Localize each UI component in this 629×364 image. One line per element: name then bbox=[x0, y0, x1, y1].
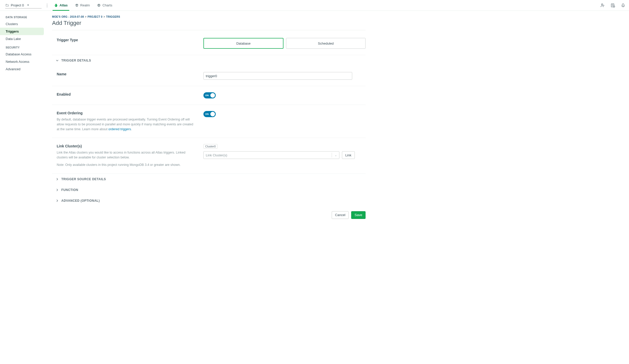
section-trigger-details[interactable]: TRIGGER DETAILS bbox=[52, 55, 366, 66]
main-content: MOE'S ORG - 2019-07-08>PROJECT 0>TRIGGER… bbox=[47, 11, 371, 229]
link-clusters-label: Link Cluster(s) bbox=[57, 144, 196, 148]
svg-point-1 bbox=[97, 4, 100, 7]
feedback-icon[interactable] bbox=[611, 3, 615, 8]
breadcrumb-org[interactable]: MOE'S ORG - 2019-07-08 bbox=[52, 15, 84, 18]
section-label: TRIGGER SOURCE DETAILS bbox=[61, 177, 106, 181]
chevron-down-icon bbox=[56, 59, 59, 62]
svg-point-2 bbox=[602, 4, 603, 5]
enabled-toggle[interactable]: ON bbox=[203, 92, 216, 98]
side-section-header: SECURITY bbox=[0, 46, 47, 50]
section-advanced[interactable]: ADVANCED (OPTIONAL) bbox=[52, 195, 366, 206]
section-label: FUNCTION bbox=[61, 188, 78, 192]
side-section-header: DATA STORAGE bbox=[0, 16, 47, 20]
page-title: Add Trigger bbox=[52, 20, 366, 26]
section-function[interactable]: FUNCTION bbox=[52, 185, 366, 195]
chevron-right-icon bbox=[56, 199, 59, 202]
cancel-button[interactable]: Cancel bbox=[332, 211, 349, 219]
section-label: TRIGGER DETAILS bbox=[61, 59, 91, 62]
sidebar: DATA STORAGE Clusters Triggers Data Lake… bbox=[0, 11, 47, 229]
link-button[interactable]: Link bbox=[342, 151, 355, 159]
row-event-ordering: Event Ordering By default, database trig… bbox=[52, 105, 366, 138]
tab-atlas[interactable]: Atlas bbox=[54, 0, 68, 11]
chevron-right-icon bbox=[56, 188, 59, 191]
breadcrumb-project[interactable]: PROJECT 0 bbox=[87, 15, 102, 18]
charts-icon bbox=[97, 3, 101, 7]
desc-post: . bbox=[131, 127, 132, 131]
chevron-down-icon: ⌄ bbox=[335, 154, 337, 157]
cluster-chip[interactable]: Cluster0 bbox=[203, 144, 218, 149]
tab-charts[interactable]: Charts bbox=[97, 0, 112, 11]
toggle-knob bbox=[210, 112, 215, 116]
select-placeholder: Link Cluster(s) bbox=[206, 153, 227, 157]
event-ordering-desc: By default, database trigger events are … bbox=[57, 117, 196, 132]
breadcrumb: MOE'S ORG - 2019-07-08>PROJECT 0>TRIGGER… bbox=[52, 15, 366, 18]
row-link-clusters: Link Cluster(s) Link the Atlas clusters … bbox=[52, 138, 366, 174]
form-footer: Cancel Save bbox=[52, 211, 366, 219]
toggle-knob bbox=[210, 93, 215, 98]
realm-icon bbox=[75, 3, 79, 7]
toggle-on-label: ON bbox=[205, 94, 209, 97]
product-tabs: Atlas Realm Charts bbox=[54, 0, 112, 11]
name-label: Name bbox=[57, 72, 196, 76]
trigger-type-scheduled[interactable]: Scheduled bbox=[286, 38, 366, 49]
sidebar-item-triggers[interactable]: Triggers bbox=[0, 28, 44, 35]
enabled-label: Enabled bbox=[57, 92, 196, 96]
link-clusters-select[interactable]: Link Cluster(s) ⌄ bbox=[203, 151, 339, 159]
save-button[interactable]: Save bbox=[351, 211, 366, 219]
kebab-menu-icon[interactable]: ⋮ bbox=[45, 3, 49, 8]
name-input[interactable] bbox=[203, 72, 352, 80]
row-enabled: Enabled ON bbox=[52, 86, 366, 105]
ordered-triggers-link[interactable]: ordered triggers bbox=[109, 127, 131, 131]
select-divider bbox=[332, 153, 332, 157]
sidebar-item-data-lake[interactable]: Data Lake bbox=[0, 35, 47, 43]
tab-label: Realm bbox=[80, 3, 90, 7]
chevron-down-icon: ▼ bbox=[27, 4, 41, 6]
trigger-type-segmented: Database Scheduled bbox=[203, 38, 366, 49]
tab-realm[interactable]: Realm bbox=[75, 0, 90, 11]
tab-label: Atlas bbox=[60, 3, 68, 7]
trigger-type-label: Trigger Type bbox=[57, 38, 196, 42]
section-trigger-source-details[interactable]: TRIGGER SOURCE DETAILS bbox=[52, 174, 366, 185]
section-label: ADVANCED (OPTIONAL) bbox=[61, 199, 100, 203]
breadcrumb-triggers[interactable]: TRIGGERS bbox=[106, 15, 120, 18]
toggle-on-label: ON bbox=[205, 113, 209, 115]
project-selector[interactable]: Project 0 ▼ bbox=[5, 2, 42, 8]
project-name: Project 0 bbox=[11, 3, 25, 7]
event-ordering-toggle[interactable]: ON bbox=[203, 111, 216, 117]
bell-icon[interactable] bbox=[621, 3, 625, 8]
folder-icon bbox=[6, 4, 9, 6]
link-clusters-desc1: Link the Atlas clusters you would like t… bbox=[57, 150, 196, 160]
nav-right bbox=[600, 3, 625, 8]
event-ordering-label: Event Ordering bbox=[57, 111, 196, 115]
chevron-right-icon bbox=[56, 178, 59, 181]
invite-user-icon[interactable] bbox=[600, 3, 605, 8]
atlas-icon bbox=[54, 3, 58, 7]
top-nav: Project 0 ▼ ⋮ Atlas Realm Charts bbox=[0, 0, 629, 11]
tab-label: Charts bbox=[102, 3, 112, 7]
sidebar-item-advanced[interactable]: Advanced bbox=[0, 65, 47, 73]
link-clusters-desc2: Note: Only available clusters in this pr… bbox=[57, 163, 196, 167]
sidebar-item-network-access[interactable]: Network Access bbox=[0, 58, 47, 65]
row-name: Name bbox=[52, 66, 366, 86]
row-trigger-type: Trigger Type Database Scheduled bbox=[52, 30, 366, 55]
sidebar-item-clusters[interactable]: Clusters bbox=[0, 20, 47, 28]
trigger-type-database[interactable]: Database bbox=[203, 38, 283, 49]
sidebar-item-database-access[interactable]: Database Access bbox=[0, 50, 47, 58]
